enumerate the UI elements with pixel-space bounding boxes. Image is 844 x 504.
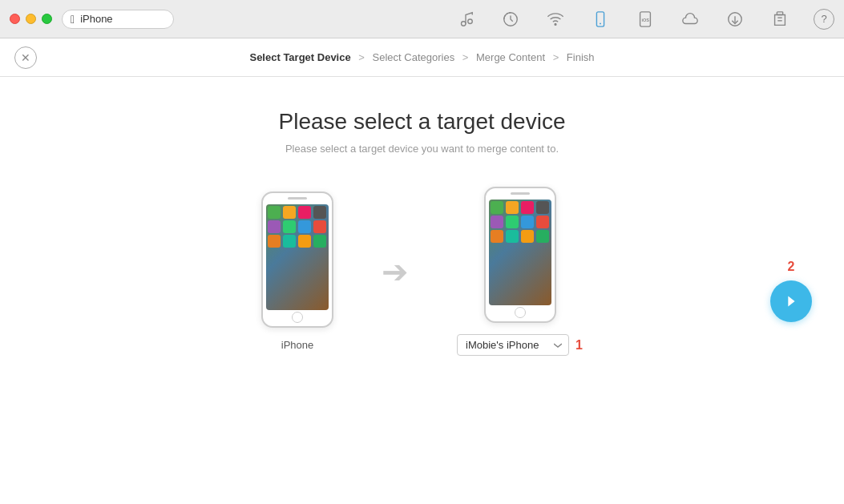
breadcrumb-sep-3: > [553, 51, 562, 63]
target-phone-screen [489, 200, 551, 305]
app-icon [536, 216, 549, 228]
breadcrumb: Select Target Device > Select Categories… [249, 51, 594, 63]
target-app-grid [489, 200, 551, 244]
breadcrumb-sep-1: > [358, 51, 367, 63]
app-icon [313, 206, 326, 219]
breadcrumb-bar: ✕ Select Target Device > Select Categori… [0, 38, 844, 77]
app-icon [268, 235, 281, 248]
maximize-button[interactable] [42, 14, 52, 24]
target-phone-mockup [484, 187, 556, 323]
page-title: Please select a target device [279, 109, 566, 135]
apple-logo-icon:  [71, 13, 75, 26]
app-icon [536, 201, 549, 214]
source-phone-home [292, 312, 303, 323]
target-device-select[interactable]: iMobie's iPhone iPhone iPad [457, 334, 569, 356]
main-content: Please select a target device Please sel… [0, 77, 844, 504]
app-icon [521, 230, 534, 243]
page-subtitle: Please select a target device you want t… [285, 143, 559, 155]
app-icon [283, 220, 296, 233]
breadcrumb-step-2: Select Categories [373, 51, 455, 63]
nav-ios-icon[interactable]: iOS [634, 8, 656, 30]
svg-point-1 [468, 19, 473, 24]
connected-device-name: iPhone [80, 13, 112, 25]
target-dropdown-wrapper: iMobie's iPhone iPhone iPad 1 [457, 334, 583, 356]
app-icon [521, 216, 534, 228]
breadcrumb-sep-2: > [462, 51, 471, 63]
app-icon [268, 206, 281, 219]
step-badge-2: 2 [788, 260, 795, 274]
source-phone-mockup [261, 192, 333, 328]
title-bar:  iPhone [0, 0, 844, 38]
app-icon [491, 201, 503, 214]
source-device-container: iPhone [261, 192, 333, 351]
source-app-grid [266, 204, 329, 249]
target-phone-speaker [511, 192, 530, 195]
nav-toolkit-icon[interactable] [769, 8, 791, 30]
app-icon [491, 230, 503, 243]
app-icon [268, 220, 281, 233]
breadcrumb-step-1: Select Target Device [249, 51, 350, 63]
help-button[interactable]: ? [814, 9, 834, 30]
next-button-area: 2 [770, 260, 812, 322]
app-icon [506, 230, 519, 243]
device-pill[interactable]:  iPhone [62, 10, 174, 29]
svg-text:iOS: iOS [641, 17, 649, 22]
app-icon [298, 220, 311, 233]
app-icon [298, 206, 311, 219]
source-device-label: iPhone [281, 339, 313, 351]
app-icon [313, 220, 326, 233]
app-icon [298, 235, 311, 248]
app-icon [283, 235, 296, 248]
nav-download-icon[interactable] [724, 8, 746, 30]
app-icon [521, 201, 534, 214]
minimize-button[interactable] [26, 14, 36, 24]
nav-phone-icon[interactable] [589, 8, 612, 30]
source-phone-speaker [288, 197, 307, 200]
window-controls [10, 14, 52, 24]
next-button[interactable] [770, 280, 812, 322]
app-icon [491, 216, 503, 228]
nav-cloud-icon[interactable] [679, 8, 701, 30]
svg-rect-4 [596, 11, 604, 26]
app-icon [283, 206, 296, 219]
app-icon [506, 201, 519, 214]
source-phone-screen [266, 204, 329, 310]
nav-wifi-icon[interactable] [544, 8, 567, 30]
svg-point-0 [462, 21, 466, 26]
target-device-container: iMobie's iPhone iPhone iPad 1 [457, 187, 583, 356]
close-button[interactable] [10, 14, 20, 24]
app-icon [313, 235, 326, 248]
svg-point-3 [555, 23, 556, 25]
transfer-arrow-icon: ➔ [382, 253, 409, 290]
app-icon [506, 216, 519, 228]
nav-music-icon[interactable] [454, 8, 477, 30]
device-area: iPhone ➔ [261, 187, 583, 356]
breadcrumb-step-3: Merge Content [476, 51, 545, 63]
nav-history-icon[interactable] [499, 8, 522, 30]
step-badge-1: 1 [575, 338, 583, 353]
app-icon [536, 230, 549, 243]
nav-icons: iOS [454, 8, 791, 30]
close-wizard-button[interactable]: ✕ [14, 46, 37, 69]
breadcrumb-step-4: Finish [567, 51, 595, 63]
target-phone-home [515, 307, 526, 318]
